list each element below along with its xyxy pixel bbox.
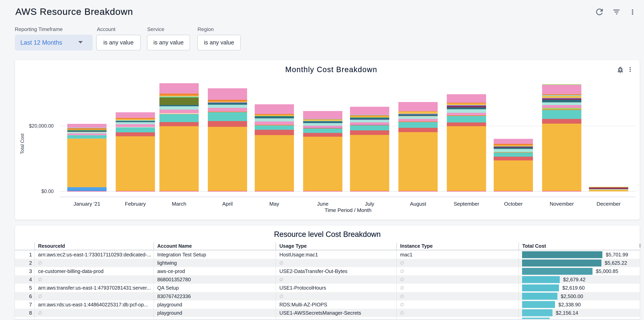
svg-text:November: November	[550, 201, 574, 207]
svg-text:June: June	[317, 201, 328, 207]
svg-text:$20,000.00: $20,000.00	[29, 123, 54, 129]
svg-text:September: September	[454, 201, 479, 207]
svg-text:Total Cost: Total Cost	[20, 133, 25, 154]
svg-text:Time Period / Month: Time Period / Month	[324, 207, 372, 213]
svg-text:February: February	[125, 201, 146, 207]
svg-text:May: May	[269, 201, 280, 207]
svg-text:April: April	[222, 201, 232, 207]
svg-text:March: March	[172, 201, 186, 207]
svg-text:$0.00: $0.00	[41, 188, 54, 194]
svg-text:July: July	[365, 201, 374, 207]
svg-text:October: October	[504, 201, 523, 207]
svg-text:January '21: January '21	[74, 201, 100, 207]
svg-text:August: August	[410, 201, 426, 207]
svg-text:December: December	[596, 201, 620, 207]
